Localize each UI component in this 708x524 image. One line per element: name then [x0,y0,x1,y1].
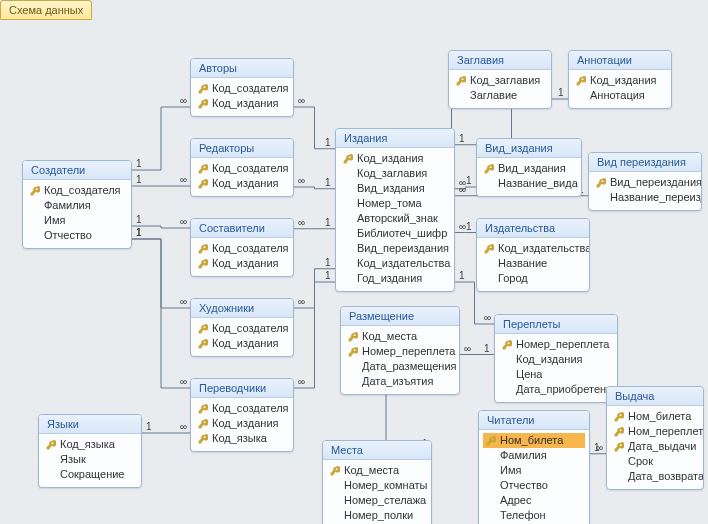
field[interactable]: Язык [43,452,137,467]
field[interactable]: Номер_переплета [345,344,455,359]
field[interactable]: Имя [27,213,127,228]
field[interactable]: Номер_комнаты [327,478,427,493]
field[interactable]: Номер_переплета [499,337,613,352]
table-editors[interactable]: РедакторыКод_создателяКод_издания [190,138,294,197]
field[interactable]: Код_издания [340,151,450,166]
field[interactable]: Фамилия [27,198,127,213]
field[interactable]: Код_языка [43,437,137,452]
field[interactable]: Дата_приобретения [499,382,613,397]
field[interactable]: Вид_издания [481,161,577,176]
table-bindings[interactable]: ПереплетыНомер_переплетаКод_изданияЦенаД… [494,314,618,403]
field[interactable]: Код_издания [195,336,289,351]
table-header[interactable]: Выдача [607,387,703,406]
field[interactable]: Телефон [483,508,585,523]
key-icon [483,243,494,254]
table-header[interactable]: Читатели [479,411,589,430]
field[interactable]: Код_издания [573,73,667,88]
field[interactable]: Код_создателя [27,183,127,198]
field[interactable]: Дата_изъятия [345,374,455,389]
table-header[interactable]: Составители [191,219,293,238]
table-header[interactable]: Редакторы [191,139,293,158]
field[interactable]: Код_языка [195,431,289,446]
table-editions[interactable]: ИзданияКод_изданияКод_заглавияВид_издани… [335,128,455,292]
table-placement[interactable]: РазмещениеКод_местаНомер_переплетаДата_р… [340,306,460,395]
field[interactable]: Аннотация [573,88,667,103]
table-readers[interactable]: ЧитателиНом_билетаФамилияИмяОтчествоАдре… [478,410,590,524]
table-authors[interactable]: АвторыКод_создателяКод_издания [190,58,294,117]
field[interactable]: Ном_билета [483,433,585,448]
table-annot[interactable]: АннотацииКод_изданияАннотация [568,50,672,109]
table-header[interactable]: Переплеты [495,315,617,334]
relationships-canvas[interactable]: Схема данных 1∞1∞1∞1∞1∞1∞∞1∞1∞1∞1∞1∞111∞… [0,0,708,524]
table-languages[interactable]: ЯзыкиКод_языкаЯзыкСокращение [38,414,142,488]
table-issuance[interactable]: ВыдачаНом_билетаНом_переплетаДата_выдачи… [606,386,704,490]
field[interactable]: Сокращение [43,467,137,482]
field[interactable]: Код_заглавия [453,73,547,88]
table-header[interactable]: Издания [336,129,454,148]
field[interactable]: Заглавие [453,88,547,103]
field[interactable]: Название_вида [481,176,577,191]
field[interactable]: Код_издания [195,256,289,271]
field[interactable]: Код_издательства [481,241,585,256]
field[interactable]: Вид_издания [340,181,450,196]
field[interactable]: Код_места [327,463,427,478]
field[interactable]: Библиотеч_шифр [340,226,450,241]
field[interactable]: Год_издания [340,271,450,286]
table-artists[interactable]: ХудожникиКод_создателяКод_издания [190,298,294,357]
field[interactable]: Фамилия [483,448,585,463]
field[interactable]: Код_создателя [195,401,289,416]
field[interactable]: Код_места [345,329,455,344]
field[interactable]: Код_издательства [340,256,450,271]
table-header[interactable]: Заглавия [449,51,551,70]
field[interactable]: Адрес [483,493,585,508]
table-header[interactable]: Вид переиздания [589,153,701,172]
table-header[interactable]: Размещение [341,307,459,326]
table-pubtype[interactable]: Вид_изданияВид_изданияНазвание_вида [476,138,582,197]
field[interactable]: Отчество [27,228,127,243]
field[interactable]: Город [481,271,585,286]
table-header[interactable]: Места [323,441,431,460]
table-header[interactable]: Вид_издания [477,139,581,158]
field[interactable]: Номер_тома [340,196,450,211]
field[interactable]: Код_издания [499,352,613,367]
table-header[interactable]: Авторы [191,59,293,78]
field[interactable]: Номер_стелажа [327,493,427,508]
field[interactable]: Срок [611,454,699,469]
field[interactable]: Вид_переиздания [593,175,697,190]
field[interactable]: Номер_полки [327,508,427,523]
field[interactable]: Цена [499,367,613,382]
table-creators[interactable]: СоздателиКод_создателяФамилияИмяОтчество [22,160,132,249]
field[interactable]: Имя [483,463,585,478]
table-compilers[interactable]: СоставителиКод_создателяКод_издания [190,218,294,277]
field[interactable]: Код_создателя [195,81,289,96]
table-places[interactable]: МестаКод_местаНомер_комнатыНомер_стелажа… [322,440,432,524]
field[interactable]: Дата_выдачи [611,439,699,454]
field[interactable]: Код_заглавия [340,166,450,181]
field[interactable]: Дата_возврата [611,469,699,484]
table-header[interactable]: Переводчики [191,379,293,398]
table-publishers[interactable]: ИздательстваКод_издательстваНазваниеГоро… [476,218,590,292]
table-header[interactable]: Аннотации [569,51,671,70]
table-header[interactable]: Создатели [23,161,131,180]
table-translators[interactable]: ПереводчикиКод_создателяКод_изданияКод_я… [190,378,294,452]
field[interactable]: Отчество [483,478,585,493]
table-header[interactable]: Языки [39,415,141,434]
field[interactable]: Вид_переиздания [340,241,450,256]
field[interactable]: Ном_билета [611,409,699,424]
field[interactable]: Авторский_знак [340,211,450,226]
field[interactable]: Код_создателя [195,241,289,256]
svg-text:1: 1 [466,175,472,186]
field[interactable]: Код_создателя [195,161,289,176]
field[interactable]: Дата_размещения [345,359,455,374]
field[interactable]: Код_издания [195,176,289,191]
field[interactable]: Код_издания [195,416,289,431]
table-titles_t[interactable]: ЗаглавияКод_заглавияЗаглавие [448,50,552,109]
table-header[interactable]: Художники [191,299,293,318]
field[interactable]: Код_создателя [195,321,289,336]
table-header[interactable]: Издательства [477,219,589,238]
field[interactable]: Название_переиздания [593,190,697,205]
field[interactable]: Название [481,256,585,271]
field[interactable]: Код_издания [195,96,289,111]
field[interactable]: Ном_переплета [611,424,699,439]
table-reprint[interactable]: Вид переизданияВид_переизданияНазвание_п… [588,152,702,211]
